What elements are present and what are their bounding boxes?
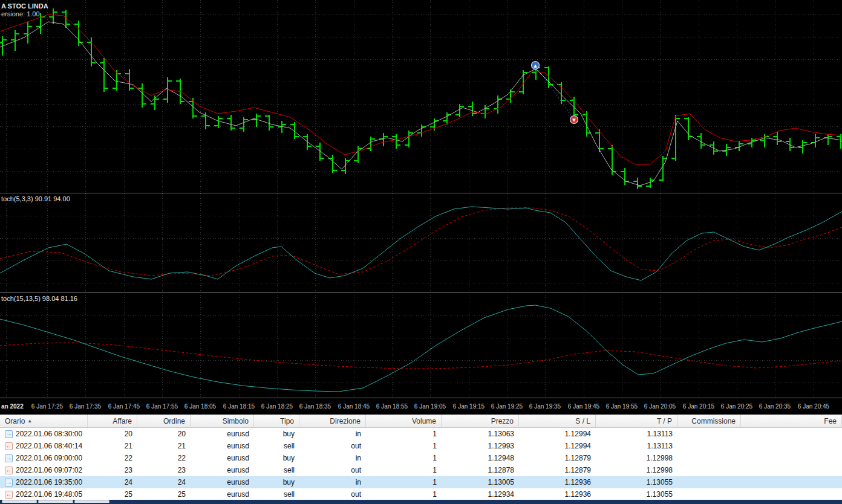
time-axis-label: 6 Jan 19:45 — [568, 403, 599, 410]
cell-prezzo: 1.12878 — [442, 464, 519, 476]
cell-direzione: out — [299, 488, 366, 500]
time-axis-label: 6 Jan 17:35 — [70, 403, 101, 410]
column-header-fee[interactable]: Fee — [741, 415, 842, 427]
cell-t-p: 1.13113 — [596, 428, 677, 440]
cell-t-p: 1.13113 — [596, 440, 677, 452]
time-axis-label: 6 Jan 19:15 — [453, 403, 485, 410]
cell-direzione: in — [299, 476, 366, 488]
cell-s-l: 1.12936 — [519, 488, 596, 500]
column-header-tipo[interactable]: Tipo — [254, 415, 299, 427]
cell-s-l: 1.12994 — [519, 428, 596, 440]
cell-fee — [741, 428, 842, 440]
toolbox-bottom-bar[interactable] — [0, 500, 842, 504]
chart-canvas[interactable]: ▲▼ — [0, 0, 842, 399]
deals-header-row: Orario▲AffareOrdineSimboloTipoDirezioneV… — [0, 415, 842, 428]
column-header-t-p[interactable]: T / P — [596, 415, 677, 427]
deal-time-label: 2022.01.06 19:48:05 — [16, 490, 82, 499]
time-axis-label: 6 Jan 20:35 — [759, 403, 791, 410]
buy-trade-marker-glyph: ▲ — [534, 63, 537, 68]
chart-area[interactable]: ▲▼ A STOC LINDA ersione: 1.00 toch(5,3,3… — [0, 0, 842, 399]
cell-commissione — [677, 452, 741, 464]
time-axis[interactable]: an 20226 Jan 17:256 Jan 17:356 Jan 17:45… — [0, 399, 842, 415]
column-header-label: Direzione — [330, 417, 361, 425]
deals-table-body: →2022.01.06 08:30:002020eurusdbuyin11.13… — [0, 428, 842, 500]
time-axis-label: 6 Jan 18:45 — [338, 403, 370, 410]
cell-s-l: 1.12994 — [519, 440, 596, 452]
cell-ordine: 20 — [137, 428, 191, 440]
time-axis-label: 6 Jan 17:45 — [108, 403, 140, 410]
time-axis-label: 6 Jan 20:45 — [798, 403, 829, 410]
cell-direzione: in — [299, 428, 366, 440]
time-axis-label: an 2022 — [1, 403, 24, 410]
toolbox-tab[interactable] — [38, 500, 73, 503]
column-header-orario[interactable]: Orario▲ — [0, 415, 88, 427]
cell-affare: 24 — [88, 476, 137, 488]
column-header-commissione[interactable]: Commissione — [677, 415, 741, 427]
cell-orario: →2022.01.06 09:00:00 — [0, 452, 88, 464]
deal-time-label: 2022.01.06 09:07:02 — [16, 466, 82, 474]
cell-orario: →2022.01.06 08:30:00 — [0, 428, 88, 440]
time-axis-label: 6 Jan 17:55 — [146, 403, 178, 410]
cell-commissione — [677, 440, 741, 452]
cell-prezzo: 1.12993 — [442, 440, 519, 452]
cell-t-p: 1.12998 — [596, 452, 677, 464]
deals-table: Orario▲AffareOrdineSimboloTipoDirezioneV… — [0, 415, 842, 500]
cell-simbolo: eurusd — [191, 452, 254, 464]
cell-s-l: 1.12879 — [519, 464, 596, 476]
column-header-label: Ordine — [163, 417, 185, 425]
time-axis-label: 6 Jan 20:15 — [683, 403, 714, 410]
cell-tipo: buy — [254, 428, 299, 440]
column-header-affare[interactable]: Affare — [88, 415, 137, 427]
trading-terminal-window: ▲▼ A STOC LINDA ersione: 1.00 toch(5,3,3… — [0, 0, 842, 504]
cell-tipo: sell — [254, 488, 299, 500]
deal-out-icon: ← — [5, 442, 13, 450]
deal-time-label: 2022.01.06 08:40:14 — [16, 442, 82, 450]
column-header-label: Prezzo — [491, 417, 514, 425]
cell-tipo: sell — [254, 440, 299, 452]
deal-time-label: 2022.01.06 19:35:00 — [16, 478, 82, 486]
deal-row[interactable]: →2022.01.06 09:00:002222eurusdbuyin11.12… — [0, 452, 842, 464]
column-header-label: Affare — [113, 417, 132, 425]
column-header-simbolo[interactable]: Simbolo — [191, 415, 254, 427]
cell-simbolo: eurusd — [191, 440, 254, 452]
cell-ordine: 25 — [137, 488, 191, 500]
cell-tipo: sell — [254, 464, 299, 476]
cell-fee — [741, 488, 842, 500]
cell-volume: 1 — [366, 476, 442, 488]
deal-row[interactable]: ←2022.01.06 09:07:022323eurusdsellout11.… — [0, 464, 842, 476]
deal-row[interactable]: ←2022.01.06 08:40:142121eurusdsellout11.… — [0, 440, 842, 452]
deal-row[interactable]: →2022.01.06 19:35:002424eurusdbuyin11.13… — [0, 476, 842, 488]
time-axis-label: 6 Jan 19:35 — [529, 403, 561, 410]
column-header-volume[interactable]: Volume — [366, 415, 442, 427]
time-axis-label: 6 Jan 19:55 — [606, 403, 638, 410]
column-header-label: Fee — [824, 417, 837, 425]
deal-out-icon: ← — [5, 491, 13, 499]
column-header-label: Simbolo — [223, 417, 249, 425]
deal-row[interactable]: →2022.01.06 08:30:002020eurusdbuyin11.13… — [0, 428, 842, 440]
cell-simbolo: eurusd — [191, 476, 254, 488]
deal-out-icon: ← — [5, 467, 13, 474]
ea-title-label: A STOC LINDA — [1, 2, 48, 10]
cell-fee — [741, 476, 842, 488]
cell-ordine: 22 — [137, 452, 191, 464]
toolbox-tab[interactable] — [2, 500, 37, 503]
column-header-ordine[interactable]: Ordine — [137, 415, 191, 427]
column-header-label: Orario — [5, 417, 25, 425]
cell-fee — [741, 464, 842, 476]
time-axis-label: 6 Jan 17:25 — [31, 403, 63, 410]
stochastic1-title-label: toch(5,3,3) 90.91 94.00 — [1, 195, 70, 202]
column-header-prezzo[interactable]: Prezzo — [442, 415, 519, 427]
time-axis-label: 6 Jan 19:05 — [414, 403, 446, 410]
deal-row[interactable]: ←2022.01.06 19:48:052525eurusdsellout11.… — [0, 488, 842, 500]
time-axis-label: 6 Jan 18:05 — [184, 403, 216, 410]
column-header-s-l[interactable]: S / L — [519, 415, 596, 427]
cell-orario: →2022.01.06 19:35:00 — [0, 476, 88, 488]
toolbox-tab[interactable] — [74, 500, 109, 503]
cell-direzione: out — [299, 464, 366, 476]
cell-volume: 1 — [366, 464, 442, 476]
column-header-direzione[interactable]: Direzione — [299, 415, 366, 427]
cell-ordine: 21 — [137, 440, 191, 452]
cell-tipo: buy — [254, 476, 299, 488]
cell-prezzo: 1.13005 — [442, 476, 519, 488]
cell-volume: 1 — [366, 428, 442, 440]
